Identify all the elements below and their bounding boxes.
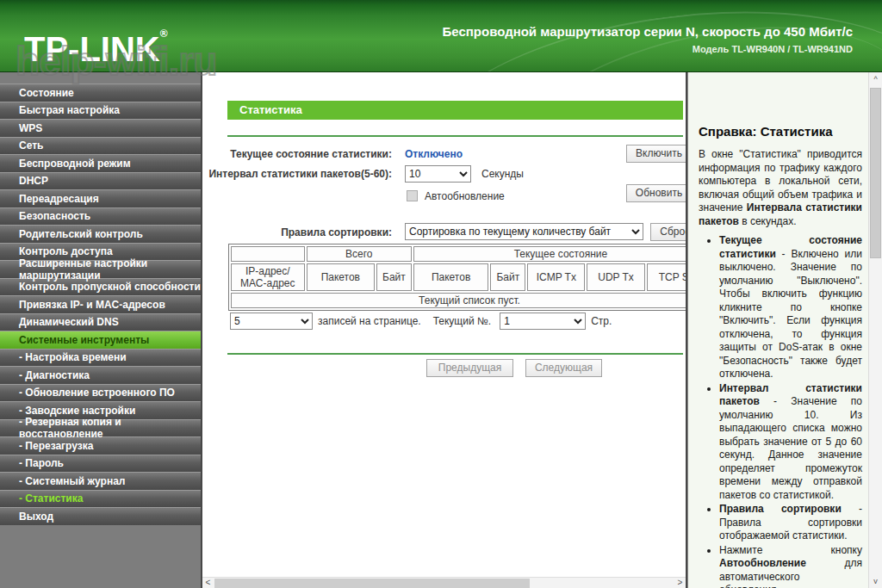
header-product-info: Беспроводной маршрутизатор серии N, скор… [442, 24, 853, 54]
status-label: Текущее состояние статистики: [202, 148, 392, 160]
table-group-header-current: Текущее состояние [413, 246, 686, 262]
per-page-select[interactable]: 5 [230, 313, 313, 330]
help-bullet-0: Текущее состояние статистики - Включено … [719, 234, 862, 381]
help-bullet-list: Текущее состояние статистики - Включено … [699, 234, 862, 588]
page-suffix-label: Стр. [591, 315, 612, 327]
registered-mark-icon: ® [160, 28, 168, 40]
status-value: Отключено [405, 148, 463, 160]
table-column-header-6: UDP Tx [587, 263, 644, 291]
interval-unit-label: Секунды [481, 168, 524, 180]
sidebar-item-dhcp[interactable]: DHCP [0, 172, 201, 190]
sidebar-item-parental-control[interactable]: Родительский контроль [0, 225, 201, 243]
sidebar-item-bandwidth-control[interactable]: Контроль пропускной способности [0, 278, 201, 296]
sidebar-item-status[interactable]: Состояние [0, 84, 201, 102]
sidebar-item-diagnostics[interactable]: - Диагностика [0, 366, 201, 384]
previous-button[interactable]: Предыдущая [426, 359, 513, 377]
sidebar-item-wps[interactable]: WPS [0, 119, 201, 137]
per-page-label: записей на странице. [318, 315, 421, 327]
statistics-table-wrap: ВсегоТекущее состояниеIP-адрес/ МАС-адре… [228, 244, 686, 314]
autorefresh-checkbox[interactable] [407, 190, 418, 201]
sidebar-item-security[interactable]: Безопасность [0, 207, 201, 226]
refresh-button[interactable]: Обновить [626, 184, 687, 202]
sidebar-item-ip-mac-binding[interactable]: Привязка IP- и MAC-адресов [0, 295, 201, 313]
scroll-up-icon[interactable]: ^ [869, 72, 882, 86]
product-model: Модель TL-WR940N / TL-WR941ND [442, 44, 853, 54]
sidebar-item-dynamic-dns[interactable]: Динамический DNS [0, 313, 201, 331]
pagination: 5 записей на странице. Текущий №. 1 Стр. [230, 313, 612, 330]
table-column-header-7: TCP SY [647, 263, 686, 291]
sidebar-item-system-log[interactable]: - Системный журнал [0, 472, 201, 490]
page-number-select[interactable]: 1 [500, 313, 586, 330]
sidebar-item-advanced-routing[interactable]: Расширенные настройки маршрутизации [0, 260, 201, 278]
sidebar-item-wireless[interactable]: Беспроводной режим [0, 154, 201, 172]
help-intro: В окне "Статистика" приводится информаци… [699, 148, 862, 228]
sidebar-item-quick-setup[interactable]: Быстрая настройка [0, 102, 201, 120]
sidebar-item-forwarding[interactable]: Переадресация [0, 189, 201, 207]
sidebar-item-firmware-upgrade[interactable]: - Обновление встроенного ПО [0, 384, 201, 402]
help-bullet-3: Нажмите кнопку Автообновление для автома… [719, 544, 862, 588]
sidebar-item-network[interactable]: Сеть [0, 137, 201, 155]
tp-link-logo: TP-LINK® [24, 28, 168, 69]
page-title: Статистика [227, 101, 683, 120]
table-group-header-total: Всего [307, 246, 412, 262]
sidebar-menu: СостояниеБыстрая настройкаWPSСетьБеспров… [0, 84, 201, 525]
vertical-scrollbar: ^ v [868, 72, 882, 588]
horizontal-scrollbar-thumb[interactable] [214, 579, 530, 588]
divider [227, 135, 683, 137]
scroll-right-icon[interactable]: > [674, 578, 686, 588]
interval-label: Интервал статистики пакетов(5-60): [202, 168, 392, 180]
logo-text: TP-LINK [24, 30, 160, 68]
interval-select[interactable]: 10 [405, 165, 471, 183]
help-bullet-1: Интервал статистики пакетов - Значение п… [719, 382, 862, 503]
table-group-header-empty [231, 246, 305, 262]
table-column-header-3: Пакетов [413, 263, 489, 291]
vertical-scrollbar-thumb[interactable] [870, 88, 881, 258]
header: TP-LINK® Беспроводной маршрутизатор сери… [0, 0, 882, 72]
router-admin-page: TP-LINK® Беспроводной маршрутизатор сери… [0, 0, 882, 588]
help-bullet-2: Правила сортировки - Правила сортировки … [719, 503, 862, 543]
sidebar: СостояниеБыстрая настройкаWPSСетьБеспров… [0, 72, 201, 588]
table-column-header-2: Байт [376, 263, 412, 291]
sidebar-item-time-settings[interactable]: - Настройка времени [0, 349, 201, 367]
sidebar-item-backup-restore[interactable]: - Резервная копия и восстановление [0, 419, 201, 437]
help-panel: Справка: Статистика В окне "Статистика" … [687, 72, 882, 588]
table-column-header-1: Пакетов [307, 263, 375, 291]
sidebar-item-statistics[interactable]: - Статистика [0, 490, 201, 508]
main-panel: Статистика Текущее состояние статистики:… [201, 72, 687, 588]
help-text: в секундах. [739, 215, 797, 227]
help-content: Справка: Статистика В окне "Статистика" … [699, 124, 862, 588]
sidebar-item-system-tools[interactable]: Системные инструменты [0, 331, 201, 349]
table-column-header-0: IP-адрес/ МАС-адрес [231, 263, 305, 291]
table-column-header-4: Байт [490, 263, 525, 291]
help-text: - Включено или выключено. Значение по ум… [719, 248, 862, 381]
sort-rules-label: Правила сортировки: [202, 226, 392, 238]
help-text: Нажмите кнопку [719, 544, 862, 556]
autorefresh-label: Автообновление [425, 190, 505, 202]
help-title: Справка: Статистика [699, 124, 862, 139]
table-column-header-5: ICMP Tx [527, 263, 585, 291]
scroll-left-icon[interactable]: < [202, 578, 214, 588]
scroll-down-icon[interactable]: v [869, 574, 882, 588]
product-tagline: Беспроводной маршрутизатор серии N, скор… [442, 24, 853, 39]
sort-rules-select[interactable]: Сортировка по текущему количеству байт [405, 223, 643, 240]
sidebar-item-logout[interactable]: Выход [0, 507, 201, 525]
sidebar-item-password[interactable]: - Пароль [0, 455, 201, 473]
reset-button[interactable]: Сбросить [650, 223, 687, 241]
divider [227, 353, 683, 355]
horizontal-scrollbar: < > [202, 577, 686, 588]
enable-button[interactable]: Включить [626, 145, 687, 163]
next-button[interactable]: Следующая [525, 359, 602, 377]
help-bold-text: Автообновление [719, 557, 806, 569]
statistics-table: ВсегоТекущее состояниеIP-адрес/ МАС-адре… [228, 244, 686, 311]
table-empty-row: Текущий список пуст. [231, 293, 686, 308]
help-bold-text: Правила сортировки [719, 503, 842, 515]
help-text: - Значение по умолчанию 10. Из выпадающе… [719, 395, 862, 501]
current-page-label: Текущий №. [433, 315, 492, 327]
